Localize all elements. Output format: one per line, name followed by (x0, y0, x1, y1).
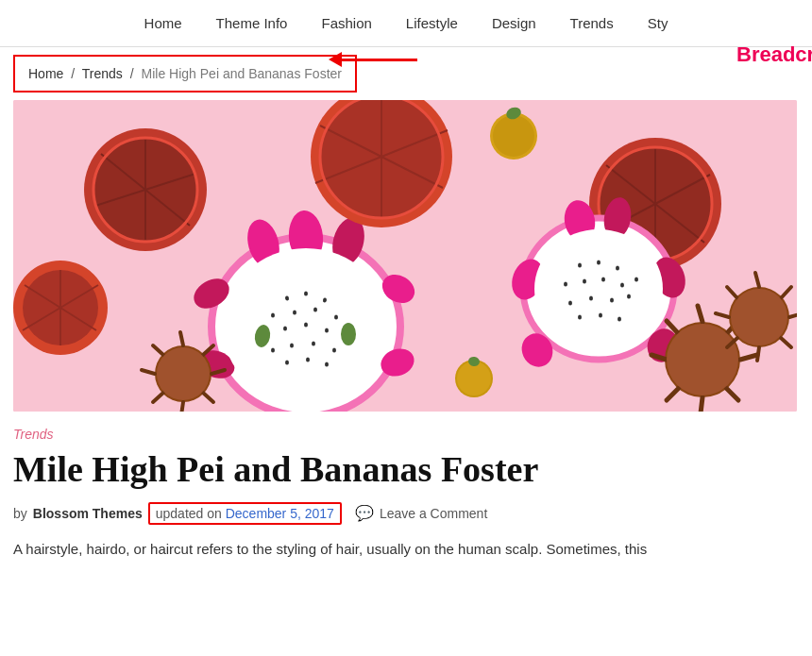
arrow-head-icon (329, 52, 342, 67)
svg-point-15 (293, 311, 296, 315)
svg-point-70 (599, 313, 602, 318)
updated-date-box: updated on December 5, 2017 (148, 502, 342, 525)
svg-point-91 (731, 289, 787, 345)
main-nav: Home Theme Info Fashion Lifestyle Design… (0, 0, 812, 47)
hero-svg (13, 100, 797, 412)
svg-point-28 (306, 358, 310, 362)
annotation-arrow: Breadcrumb (330, 52, 417, 67)
svg-point-63 (620, 283, 624, 288)
svg-point-17 (334, 315, 338, 320)
svg-line-97 (181, 402, 183, 412)
nav-item-home[interactable]: Home (127, 9, 199, 37)
svg-point-113 (341, 323, 356, 345)
svg-point-27 (285, 361, 289, 365)
svg-point-61 (583, 279, 586, 284)
arrow-line (342, 59, 417, 61)
svg-point-14 (271, 313, 275, 318)
svg-point-65 (568, 301, 572, 306)
leave-comment-link[interactable]: Leave a Comment (380, 506, 487, 521)
breadcrumb-sep2: / (130, 66, 134, 81)
comment-icon: 💬 (355, 504, 374, 522)
article-date: December 5, 2017 (226, 506, 334, 521)
by-label: by (13, 506, 27, 521)
nav-item-trends[interactable]: Trends (553, 9, 631, 37)
svg-point-57 (578, 263, 582, 268)
svg-point-56 (534, 229, 663, 348)
svg-point-16 (313, 308, 317, 312)
svg-point-20 (304, 323, 308, 328)
svg-point-103 (493, 115, 534, 157)
svg-point-12 (304, 292, 308, 296)
svg-line-77 (701, 397, 702, 412)
breadcrumb-sep1: / (71, 66, 75, 81)
svg-point-66 (589, 296, 593, 301)
svg-point-23 (271, 348, 275, 353)
svg-point-19 (283, 327, 287, 331)
svg-point-81 (667, 324, 738, 395)
svg-point-24 (290, 344, 294, 348)
svg-point-101 (157, 347, 210, 400)
article-category[interactable]: Trends (13, 427, 799, 442)
nav-item-theme-info[interactable]: Theme Info (199, 9, 305, 37)
breadcrumb-current: Mile High Pei and Bananas Foster (142, 66, 342, 81)
svg-point-59 (616, 266, 619, 271)
svg-line-87 (757, 347, 759, 361)
svg-point-25 (312, 342, 315, 346)
article-title: Mile High Pei and Bananas Foster (13, 449, 799, 491)
updated-prefix: updated on (156, 506, 222, 521)
svg-point-69 (578, 315, 582, 320)
svg-point-71 (617, 317, 621, 322)
hero-image (13, 100, 797, 412)
breadcrumb-annotation-label: Breadcrumb (736, 42, 812, 67)
svg-point-62 (601, 278, 605, 282)
svg-point-26 (332, 348, 336, 353)
svg-point-64 (634, 278, 638, 282)
svg-point-21 (325, 328, 329, 333)
nav-item-sty[interactable]: Sty (631, 9, 685, 37)
svg-point-67 (610, 298, 614, 303)
nav-item-fashion[interactable]: Fashion (304, 9, 388, 37)
svg-point-58 (597, 261, 601, 265)
nav-item-lifestyle[interactable]: Lifestyle (389, 9, 475, 37)
svg-point-29 (325, 362, 329, 367)
breadcrumb-home[interactable]: Home (28, 66, 63, 81)
article-content: Trends Mile High Pei and Bananas Foster … (0, 412, 812, 561)
svg-point-68 (627, 294, 631, 299)
breadcrumb-wrapper: Home / Trends / Mile High Pei and Banana… (0, 47, 812, 100)
svg-point-60 (564, 282, 567, 287)
breadcrumb-trends[interactable]: Trends (82, 66, 123, 81)
svg-point-106 (457, 362, 491, 395)
breadcrumb: Home / Trends / Mile High Pei and Banana… (13, 55, 357, 93)
nav-item-design[interactable]: Design (475, 9, 553, 37)
article-meta: by Blossom Themes updated on December 5,… (13, 502, 799, 525)
article-body: A hairstyle, hairdo, or haircut refers t… (13, 538, 799, 561)
author-name[interactable]: Blossom Themes (33, 506, 143, 521)
